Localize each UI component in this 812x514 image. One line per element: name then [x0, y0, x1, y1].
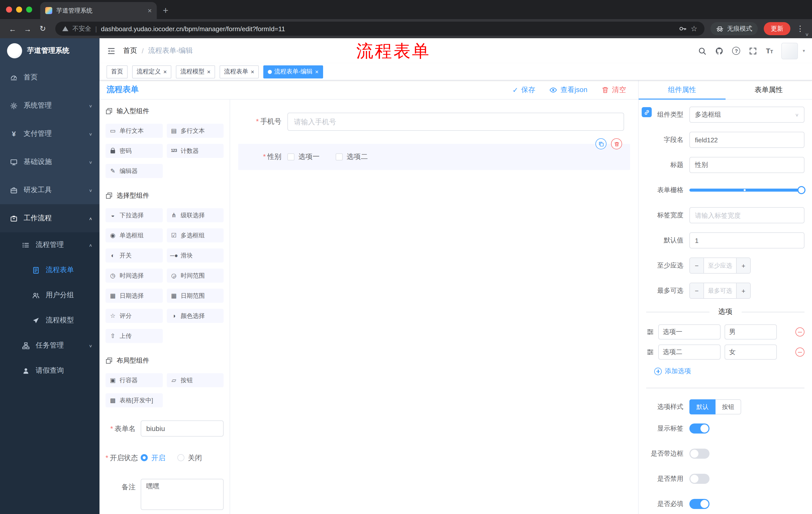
phone-input[interactable] — [287, 113, 624, 131]
sidebar-item-process-model[interactable]: 流程模型 — [0, 308, 99, 333]
option-name-input-1[interactable] — [658, 324, 721, 340]
reload-button[interactable]: ↻ — [36, 24, 49, 33]
minus-button[interactable]: − — [690, 258, 704, 273]
palette-item-time-range[interactable]: ◶ 时间范围 — [167, 269, 224, 283]
palette-item-password[interactable]: 密码 — [106, 144, 163, 158]
sidebar-item-leave-query[interactable]: 请假查询 — [0, 358, 99, 383]
save-button[interactable]: ✓ 保存 — [512, 85, 535, 94]
tab-form-props[interactable]: 表单属性 — [725, 80, 812, 99]
tag-process-definition[interactable]: 流程定义 × — [132, 65, 171, 78]
palette-item-counter[interactable]: 123 计数器 — [167, 144, 224, 158]
github-icon[interactable] — [715, 47, 724, 55]
palette-item-table[interactable]: ▩ 表格[开发中] — [106, 393, 163, 407]
plus-button[interactable]: + — [736, 283, 750, 298]
breadcrumb-home[interactable]: 首页 — [123, 46, 137, 55]
remove-option-button-1[interactable] — [795, 327, 805, 336]
max-select-value[interactable]: 最多可选 — [704, 283, 736, 298]
window-close-button[interactable] — [6, 6, 12, 12]
component-type-select[interactable]: 多选框组 ∨ — [689, 107, 805, 123]
palette-item-rate[interactable]: ☆ 评分 — [106, 309, 163, 323]
palette-item-cascader[interactable]: ⋔ 级联选择 — [167, 208, 224, 222]
gender-option-2[interactable]: 选项二 — [336, 153, 368, 161]
status-open-radio[interactable]: 开启 — [141, 450, 165, 466]
sidebar-item-infrastructure[interactable]: 基础设施 ∨ — [0, 148, 99, 176]
palette-item-date-range[interactable]: ▦ 日期范围 — [167, 289, 224, 303]
canvas-field-phone[interactable]: *手机号 — [244, 113, 624, 131]
tab-close-icon[interactable]: × — [148, 7, 152, 14]
palette-item-date-picker[interactable]: ▦ 日期选择 — [106, 289, 163, 303]
avatar-caret-icon[interactable]: ▾ — [803, 48, 805, 53]
browser-menu-icon[interactable]: ⋮ — [796, 24, 804, 33]
toolbar-chevron-icon[interactable]: ∨ — [805, 32, 809, 37]
forward-button[interactable]: → — [21, 24, 34, 33]
sidebar-fold-icon[interactable] — [99, 47, 123, 55]
min-select-value[interactable]: 至少应选 — [704, 258, 736, 273]
user-avatar[interactable] — [782, 43, 798, 59]
palette-item-row-container[interactable]: ▣ 行容器 — [106, 373, 163, 387]
tag-process-model[interactable]: 流程模型 × — [176, 65, 215, 78]
drag-handle-icon[interactable] — [646, 328, 654, 336]
title-input[interactable] — [689, 157, 805, 173]
palette-item-color-picker[interactable]: ◑ 颜色选择 — [167, 309, 224, 323]
clear-button[interactable]: 清空 — [602, 85, 626, 94]
option-style-button-button[interactable]: 按钮 — [716, 399, 741, 414]
plus-button[interactable]: + — [736, 258, 750, 273]
sidebar-item-process-management[interactable]: 流程管理 ∧ — [0, 232, 99, 258]
security-label[interactable]: 不安全 — [72, 24, 91, 33]
form-grid-slider[interactable] — [689, 189, 805, 192]
back-button[interactable]: ← — [6, 24, 19, 33]
bookmark-star-icon[interactable]: ☆ — [691, 24, 697, 33]
link-icon[interactable] — [642, 107, 652, 117]
form-remark-textarea[interactable]: 嘿嘿 — [141, 479, 224, 510]
tag-close-icon[interactable]: × — [207, 69, 210, 75]
palette-item-button[interactable]: ▱ 按钮 — [167, 373, 224, 387]
font-size-icon[interactable]: TT — [766, 47, 773, 54]
palette-item-select[interactable]: ◒ 下拉选择 — [106, 208, 163, 222]
window-minimize-button[interactable] — [16, 6, 22, 12]
palette-item-slider[interactable]: ─● 滑块 — [167, 248, 224, 263]
tag-close-icon[interactable]: × — [163, 69, 167, 75]
sidebar-item-dev-tools[interactable]: 研发工具 ∨ — [0, 176, 99, 204]
checkbox-icon[interactable] — [287, 154, 294, 160]
tag-home[interactable]: 首页 — [107, 65, 127, 78]
drag-handle-icon[interactable] — [646, 348, 654, 356]
help-icon[interactable]: ? — [732, 47, 741, 55]
tag-process-form-edit[interactable]: 流程表单-编辑 × — [263, 65, 323, 78]
slider-handle[interactable] — [798, 186, 806, 194]
sidebar-item-system[interactable]: 系统管理 ∨ — [0, 91, 99, 120]
fullscreen-icon[interactable] — [749, 47, 757, 55]
palette-item-single-line-text[interactable]: ▭ 单行文本 — [106, 124, 163, 138]
required-switch[interactable] — [689, 499, 709, 509]
option-name-input-2[interactable] — [658, 345, 721, 360]
checkbox-icon[interactable] — [336, 154, 343, 160]
show-label-switch[interactable] — [689, 424, 709, 434]
sidebar-item-task-management[interactable]: 任务管理 ∨ — [0, 333, 99, 358]
default-value-input[interactable] — [689, 232, 805, 248]
tab-component-props[interactable]: 组件属性 — [639, 80, 725, 99]
tag-close-icon[interactable]: × — [315, 69, 319, 75]
delete-field-button[interactable] — [611, 138, 622, 150]
form-name-input[interactable] — [141, 421, 224, 437]
option-value-input-1[interactable] — [725, 324, 777, 340]
sidebar-item-process-form[interactable]: 流程表单 — [0, 258, 99, 283]
sidebar-item-user-groups[interactable]: 用户分组 — [0, 283, 99, 308]
sidebar-item-workflow[interactable]: 工作流程 ∧ — [0, 204, 99, 232]
password-key-icon[interactable] — [678, 25, 687, 33]
palette-item-multi-line-text[interactable]: ▤ 多行文本 — [167, 124, 224, 138]
browser-tab[interactable]: 芋道管理系统 × — [40, 2, 157, 19]
palette-item-upload[interactable]: ⇧ 上传 — [106, 329, 163, 343]
palette-item-rich-editor[interactable]: ✎ 编辑器 — [106, 164, 163, 178]
option-value-input-2[interactable] — [725, 345, 777, 360]
disabled-switch[interactable] — [689, 474, 709, 484]
tag-close-icon[interactable]: × — [251, 69, 254, 75]
option-style-default-button[interactable]: 默认 — [689, 399, 716, 414]
gender-option-1[interactable]: 选项一 — [287, 153, 320, 161]
minus-button[interactable]: − — [690, 283, 704, 298]
palette-item-radio-group[interactable]: ◉ 单选框组 — [106, 228, 163, 242]
palette-item-checkbox-group[interactable]: ☑ 多选框组 — [167, 228, 224, 242]
palette-item-switch[interactable]: ◐ 开关 — [106, 248, 163, 263]
view-json-button[interactable]: 查看json — [549, 85, 587, 94]
sidebar-item-payment[interactable]: ¥ 支付管理 ∨ — [0, 120, 99, 148]
field-name-input[interactable] — [689, 132, 805, 148]
search-icon[interactable] — [698, 47, 707, 55]
